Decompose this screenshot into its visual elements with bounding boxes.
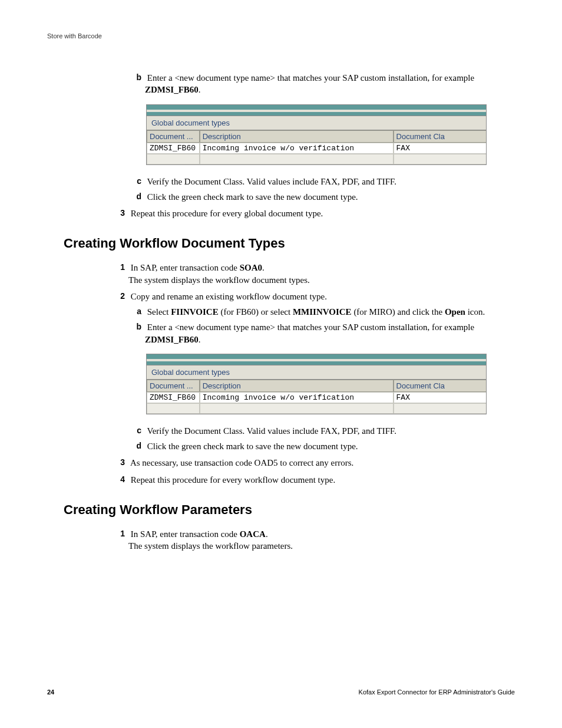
marker-b: b (130, 72, 145, 83)
substep-b: b Enter a <new document type name> that … (145, 72, 515, 96)
heading-workflow-doc-types: Creating Workflow Document Types (64, 236, 515, 251)
code: MMIINVOICE (293, 307, 352, 317)
cell-description: Incoming invoice w/o verification (200, 143, 394, 154)
text: Click the green check mark to save the n… (147, 192, 358, 202)
page-number: 24 (47, 689, 54, 696)
col-document: Document ... (147, 380, 200, 392)
table-row-empty (146, 403, 487, 414)
sap-group-title: Global document types (146, 116, 487, 130)
substep-c: c Verify the Document Class. Valid value… (145, 176, 515, 187)
page-footer: 24 Kofax Export Connector for ERP Admini… (47, 689, 515, 696)
marker-c: c (130, 425, 145, 436)
cell-empty (147, 403, 200, 414)
sap-titlebar (146, 104, 487, 110)
table-row: ZDMSI_FB60 Incoming invoice w/o verifica… (146, 143, 487, 154)
text: The system displays the workflow paramet… (128, 540, 515, 552)
marker-c: c (130, 176, 145, 187)
substep-d: d Click the green check mark to save the… (145, 191, 515, 203)
text: (for MIRO) and click the (352, 307, 445, 317)
cell-empty (200, 154, 394, 164)
text: Copy and rename an existing workflow doc… (131, 292, 327, 301)
cell-empty (147, 154, 200, 164)
text: Click the green check mark to save the n… (147, 442, 358, 451)
step-1: 1 In SAP, enter transaction code SOA0. T… (128, 262, 515, 286)
text: (for FB60) or select (219, 307, 293, 317)
cell-description: Incoming invoice w/o verification (200, 392, 394, 403)
col-description: Description (200, 380, 394, 392)
marker-1: 1 (111, 528, 128, 539)
substep-b: b Enter a <new document type name> that … (145, 321, 515, 345)
cell-document-class: FAX (394, 392, 486, 403)
cell-empty (200, 403, 394, 414)
step-1: 1 In SAP, enter transaction code OACA. T… (128, 528, 515, 552)
text: As necessary, use transaction code OAD5 … (130, 458, 353, 467)
col-document-class: Document Cla (394, 380, 486, 392)
text: Repeat this procedure for every global d… (131, 209, 323, 218)
footer-title: Kofax Export Connector for ERP Administr… (359, 689, 515, 696)
text: Repeat this procedure for every workflow… (131, 475, 335, 485)
text: Select (147, 307, 171, 317)
substep-d: d Click the green check mark to save the… (145, 440, 515, 452)
text: Verify the Document Class. Valid values … (147, 177, 396, 186)
marker-2: 2 (111, 291, 128, 302)
text: . (262, 263, 265, 272)
code: FIINVOICE (171, 307, 219, 317)
marker-d: d (130, 440, 145, 452)
sap-titlebar (146, 354, 487, 359)
code: OACA (240, 529, 266, 539)
col-document: Document ... (147, 130, 200, 143)
text: In SAP, enter transaction code (131, 529, 240, 539)
step-2: 2 Copy and rename an existing workflow d… (128, 291, 515, 302)
text: icon. (465, 307, 485, 317)
step-4: 4 Repeat this procedure for every workfl… (128, 474, 515, 486)
sap-group-title: Global document types (146, 365, 487, 380)
marker-b: b (130, 321, 145, 332)
text: Enter a <new document type name> that ma… (147, 322, 474, 332)
marker-4: 4 (111, 474, 128, 485)
heading-workflow-parameters: Creating Workflow Parameters (64, 502, 515, 518)
cell-document-class: FAX (394, 143, 486, 154)
cell-document: ZDMSI_FB60 (147, 392, 200, 403)
text: Enter a <new document type name> that ma… (147, 73, 474, 83)
marker-1: 1 (111, 262, 128, 273)
text: The system displays the workflow documen… (128, 274, 515, 286)
cell-empty (394, 403, 486, 414)
table-row-empty (146, 154, 487, 165)
marker-d: d (130, 191, 145, 202)
marker-a: a (130, 306, 145, 317)
sap-column-headers: Document ... Description Document Cla (146, 380, 487, 392)
sap-table-screenshot: Global document types Document ... Descr… (146, 104, 487, 165)
table-row: ZDMSI_FB60 Incoming invoice w/o verifica… (146, 392, 487, 403)
marker-3: 3 (111, 207, 128, 219)
code: Open (445, 307, 465, 317)
cell-document: ZDMSI_FB60 (147, 143, 200, 154)
running-header: Store with Barcode (47, 32, 515, 39)
code: ZDMSI_FB60 (145, 85, 199, 94)
col-description: Description (200, 130, 394, 143)
step-3: 3 Repeat this procedure for every global… (128, 207, 515, 219)
code: ZDMSI_FB60 (145, 335, 199, 344)
substep-a: a Select FIINVOICE (for FB60) or select … (145, 306, 515, 318)
sap-column-headers: Document ... Description Document Cla (146, 130, 487, 143)
text: . (199, 335, 201, 344)
cell-empty (394, 154, 486, 164)
step-3: 3 As necessary, use transaction code OAD… (128, 457, 515, 469)
text: . (266, 529, 268, 539)
code: SOA0 (240, 263, 262, 272)
substep-c: c Verify the Document Class. Valid value… (145, 425, 515, 437)
sap-table-screenshot: Global document types Document ... Descr… (146, 354, 487, 414)
text: Verify the Document Class. Valid values … (147, 426, 396, 436)
text: . (199, 85, 201, 94)
text: In SAP, enter transaction code (131, 263, 240, 272)
col-document-class: Document Cla (394, 130, 486, 143)
marker-3: 3 (111, 457, 128, 468)
